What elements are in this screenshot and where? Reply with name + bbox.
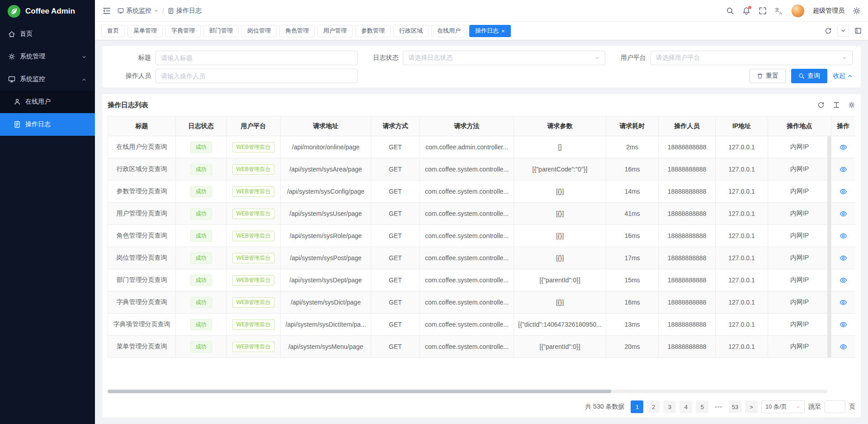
tab-label: 部门管理 (209, 27, 233, 35)
operator-input[interactable] (161, 72, 352, 80)
cell-request-handler: com.coffee.system.controlle... (420, 181, 514, 203)
tab-user-manage[interactable]: 用户管理 (317, 25, 353, 37)
user-platform-select[interactable]: 请选择用户平台 (651, 51, 853, 65)
sidebar-item-system-monitor[interactable]: 系统监控 (0, 68, 95, 91)
page-button-2[interactable]: 2 (647, 400, 660, 413)
sidebar-item-home[interactable]: 首页 (0, 23, 95, 45)
next-page-button[interactable]: > (745, 400, 758, 413)
platform-badge: WEB管理后台 (232, 231, 274, 241)
cell-request-duration: 14ms (606, 181, 659, 203)
page-content: 标题 日志状态 请选择日志状态 用户平台 请选择用户平台 (95, 40, 868, 424)
tab-config-manage[interactable]: 参数管理 (355, 25, 391, 37)
reset-button[interactable]: 重置 (750, 69, 786, 83)
col-operator: 操作人员 (659, 116, 716, 136)
column-height-icon[interactable] (833, 101, 840, 109)
breadcrumb-operation-log: 操作日志 (168, 7, 202, 15)
tabs-dropdown-icon[interactable] (837, 25, 849, 37)
filter-panel: 标题 日志状态 请选择日志状态 用户平台 请选择用户平台 (102, 46, 861, 88)
monitor-icon (8, 76, 15, 83)
horizontal-scrollbar[interactable] (108, 390, 827, 393)
cell-title: 角色管理分页查询 (108, 225, 176, 247)
close-icon[interactable]: × (501, 28, 505, 34)
cell-ip-address: 127.0.0.1 (716, 247, 768, 269)
content-fullscreen-icon[interactable] (854, 27, 862, 34)
tab-label: 操作日志 (475, 27, 499, 35)
table-row: 字典管理分页查询 成功 WEB管理后台 /api/system/sysDict/… (108, 291, 856, 314)
col-log-status: 日志状态 (176, 116, 226, 136)
tab-dict-manage[interactable]: 字典管理 (165, 25, 201, 37)
view-detail-button[interactable] (840, 343, 847, 351)
col-user-platform: 用户平台 (226, 116, 281, 136)
collapse-sidebar-icon[interactable] (102, 6, 111, 15)
avatar[interactable] (791, 4, 805, 18)
cell-title: 在线用户分页查询 (108, 136, 176, 158)
tab-post-manage[interactable]: 岗位管理 (241, 25, 277, 37)
settings-gear-icon[interactable] (853, 7, 861, 15)
notification-bell-icon[interactable] (742, 7, 750, 15)
vertical-scrollbar-thumb[interactable] (827, 136, 831, 357)
cell-operation-location: 内网IP (768, 269, 831, 291)
sidebar-item-system-manage[interactable]: 系统管理 (0, 45, 95, 68)
jump-page-input[interactable] (825, 400, 845, 413)
tab-area-manage[interactable]: 行政区域 (393, 25, 429, 37)
view-detail-button[interactable] (840, 232, 847, 240)
log-document-icon (168, 8, 174, 14)
page-button-53[interactable]: 53 (729, 400, 741, 413)
breadcrumb-system-monitor[interactable]: 系统监控 (118, 7, 159, 15)
horizontal-scrollbar-thumb[interactable] (108, 390, 611, 393)
view-detail-button[interactable] (840, 299, 847, 306)
fullscreen-icon[interactable] (759, 7, 767, 15)
search-icon[interactable] (726, 7, 734, 15)
tab-operation-log[interactable]: 操作日志 × (469, 25, 511, 37)
cell-request-params: [{"dictId":140647326180950... (514, 314, 606, 336)
log-status-select[interactable]: 请选择日志状态 (403, 51, 605, 65)
cell-request-params: [{"parentCode":"0"}] (514, 158, 606, 181)
cell-operator: 18888888888 (659, 336, 716, 358)
page-button-3[interactable]: 3 (663, 400, 676, 413)
sidebar-item-online-user[interactable]: 在线用户 (0, 91, 95, 113)
page-size-select[interactable]: 10 条/页 (761, 400, 805, 413)
chevron-up-icon (81, 76, 87, 82)
tab-label: 用户管理 (323, 27, 347, 35)
filter-operator-field: 操作人员 (110, 69, 358, 83)
view-detail-button[interactable] (840, 210, 847, 218)
view-detail-button[interactable] (840, 254, 847, 262)
view-detail-button[interactable] (840, 166, 847, 173)
cell-request-url: /api/system/sysRole/page (281, 225, 371, 247)
table-settings-gear-icon[interactable] (848, 101, 855, 109)
search-button[interactable]: 查询 (791, 69, 827, 83)
tab-menu-manage[interactable]: 菜单管理 (127, 25, 163, 37)
operation-log-table: 标题 日志状态 用户平台 请求地址 请求方式 请求方法 请求参数 请求耗时 操作… (108, 116, 855, 358)
translate-icon[interactable]: 文A (775, 7, 783, 15)
sidebar: Coffee Admin 首页 系统管理 系统监控 在线用户 (0, 0, 95, 424)
page-button-4[interactable]: 4 (679, 400, 692, 413)
refresh-icon[interactable] (817, 101, 825, 109)
page-ellipsis[interactable]: ••• (712, 400, 725, 413)
sidebar-item-operation-log[interactable]: 操作日志 (0, 113, 95, 136)
view-detail-button[interactable] (840, 143, 847, 151)
tab-label: 参数管理 (361, 27, 385, 35)
username[interactable]: 超级管理员 (813, 7, 844, 15)
page-button-5[interactable]: 5 (696, 400, 708, 413)
cell-request-method: GET (371, 336, 420, 358)
tab-role-manage[interactable]: 角色管理 (279, 25, 315, 37)
cell-request-url: /api/system/sysConfig/page (281, 181, 371, 203)
tab-home[interactable]: 首页 (101, 25, 125, 37)
view-detail-button[interactable] (840, 321, 847, 329)
tab-label: 角色管理 (285, 27, 309, 35)
cell-request-url: /api/system/sysMenu/page (281, 336, 371, 358)
title-input[interactable] (161, 54, 352, 62)
search-label: 查询 (807, 72, 820, 80)
cell-request-params: [{}] (514, 247, 606, 269)
filter-title-label: 标题 (110, 54, 156, 62)
collapse-filter-button[interactable]: 收起 (833, 72, 853, 80)
view-detail-button[interactable] (840, 188, 847, 195)
tab-dept-manage[interactable]: 部门管理 (203, 25, 239, 37)
vertical-scrollbar[interactable] (827, 136, 831, 357)
cell-request-duration: 13ms (606, 314, 659, 336)
cell-title: 岗位管理分页查询 (108, 247, 176, 269)
refresh-icon[interactable] (825, 27, 832, 34)
page-button-1[interactable]: 1 (631, 400, 643, 413)
view-detail-button[interactable] (840, 276, 847, 284)
tab-online-user[interactable]: 在线用户 (431, 25, 467, 37)
